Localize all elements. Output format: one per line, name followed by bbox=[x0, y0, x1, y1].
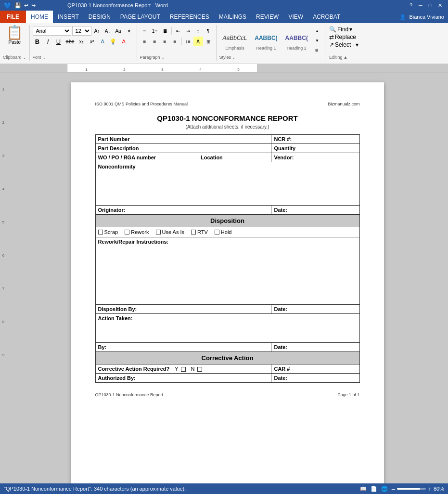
ncr-number-label: NCR #: bbox=[271, 135, 359, 144]
style-heading2[interactable]: AABBC( Heading 2 bbox=[282, 29, 311, 52]
part-description-label: Part Description bbox=[95, 144, 271, 153]
grow-font-button[interactable]: A↑ bbox=[92, 26, 102, 36]
style-emphasis[interactable]: AaBbCcL Emphasis bbox=[219, 29, 251, 52]
use-as-is-checkbox[interactable]: Use As Is bbox=[156, 229, 184, 235]
rework-checkbox[interactable]: Rework bbox=[125, 229, 149, 235]
style-emphasis-label: Emphasis bbox=[225, 46, 244, 51]
styles-down-button[interactable]: ▼ bbox=[312, 36, 322, 45]
maximize-button[interactable]: □ bbox=[426, 1, 435, 9]
menu-acrobat[interactable]: ACROBAT bbox=[308, 11, 345, 23]
superscript-button[interactable]: x² bbox=[87, 37, 97, 46]
styles-expand-icon[interactable]: ⌄ bbox=[232, 55, 236, 60]
title-bar: 💙 💾 ↩ ↪ QP1030-1 Nonconformance Report -… bbox=[0, 0, 448, 11]
quantity-label: Quantity bbox=[271, 144, 359, 153]
line-spacing-button[interactable]: ↕≡ bbox=[183, 37, 193, 46]
zoom-in-button[interactable]: + bbox=[428, 485, 432, 493]
styles-up-button[interactable]: ▲ bbox=[312, 26, 322, 36]
styles-more-button[interactable]: ⊞ bbox=[312, 45, 322, 55]
status-right: 📖 📄 🌐 – + 80% bbox=[360, 485, 444, 493]
close-button[interactable]: ✕ bbox=[435, 1, 444, 9]
hold-checkbox[interactable]: Hold bbox=[215, 229, 232, 235]
shading-button[interactable]: A bbox=[193, 37, 203, 46]
quick-access-undo[interactable]: ↩ bbox=[24, 2, 28, 9]
minimize-button[interactable]: ─ bbox=[416, 1, 425, 9]
par-row-1: ≡ 1≡ ≣ ⇤ ⇥ ↕ ¶ bbox=[140, 26, 213, 36]
menu-insert[interactable]: INSERT bbox=[53, 11, 84, 23]
bold-button[interactable]: B bbox=[33, 37, 42, 46]
font-expand-icon[interactable]: ⌄ bbox=[42, 55, 46, 60]
font-family-select[interactable]: Arial bbox=[33, 26, 71, 36]
scrap-checkbox[interactable]: Scrap bbox=[98, 229, 118, 235]
y-checkbox[interactable] bbox=[181, 367, 186, 372]
menu-view[interactable]: VIEW bbox=[283, 11, 308, 23]
paste-button[interactable]: 📋 Paste bbox=[6, 26, 23, 55]
multilevel-button[interactable]: ≣ bbox=[160, 26, 170, 36]
styles-label: Styles ⌄ bbox=[219, 55, 322, 60]
sort-button[interactable]: ↕ bbox=[193, 26, 203, 36]
menu-references[interactable]: REFERENCES bbox=[165, 11, 214, 23]
menu-file[interactable]: FILE bbox=[0, 11, 26, 23]
page-header: ISO 9001 QMS Policies and Procedures Man… bbox=[95, 102, 360, 106]
shrink-font-button[interactable]: A↓ bbox=[103, 26, 113, 36]
increase-indent-button[interactable]: ⇥ bbox=[183, 26, 193, 36]
rtv-checkbox[interactable]: RTV bbox=[191, 229, 208, 235]
corrective-required-cell: Corrective Action Required? Y N bbox=[95, 364, 271, 374]
par-expand-icon[interactable]: ⌄ bbox=[161, 55, 165, 60]
show-marks-button[interactable]: ¶ bbox=[204, 26, 213, 36]
select-button[interactable]: ↗ Select - ▾ bbox=[329, 41, 360, 48]
styles-row: AaBbCcL Emphasis AABBC( Heading 1 AABBC(… bbox=[219, 26, 322, 55]
style-heading1-preview: AABBC( bbox=[255, 30, 277, 46]
menu-review[interactable]: REVIEW bbox=[251, 11, 283, 23]
user-info: 👤 Bianca Viviano bbox=[399, 11, 448, 23]
quick-access-save[interactable]: 💾 bbox=[14, 2, 21, 9]
numbering-button[interactable]: 1≡ bbox=[150, 26, 160, 36]
menu-mailings[interactable]: MAILINGS bbox=[214, 11, 251, 23]
help-button[interactable]: ? bbox=[407, 1, 415, 9]
view-read-icon[interactable]: 📖 bbox=[360, 486, 367, 492]
strikethrough-button[interactable]: abc bbox=[64, 37, 76, 46]
menu-design[interactable]: DESIGN bbox=[84, 11, 115, 23]
decrease-indent-button[interactable]: ⇤ bbox=[173, 26, 183, 36]
replace-button[interactable]: ⇄ Replace bbox=[329, 34, 360, 40]
style-heading2-label: Heading 2 bbox=[287, 46, 307, 51]
table-row-corrective-required: Corrective Action Required? Y N CAR # bbox=[95, 364, 359, 374]
left-ruler: 1 2 3 4 5 6 7 8 9 bbox=[0, 73, 7, 494]
word-icon: 💙 bbox=[4, 2, 12, 9]
text-effects-button[interactable]: A bbox=[98, 37, 107, 46]
find-button[interactable]: 🔍 Find ▾ bbox=[329, 26, 360, 33]
bullets-button[interactable]: ≡ bbox=[140, 26, 150, 36]
font-color-button[interactable]: A bbox=[119, 37, 128, 46]
style-heading1[interactable]: AABBC( Heading 1 bbox=[251, 29, 281, 52]
change-case-button[interactable]: Aa bbox=[114, 26, 123, 36]
menu-home[interactable]: HOME bbox=[26, 11, 53, 23]
italic-button[interactable]: I bbox=[43, 37, 53, 46]
zoom-slider[interactable] bbox=[397, 488, 426, 490]
ruler-num-1: 1 bbox=[2, 87, 4, 91]
zoom-out-button[interactable]: – bbox=[392, 485, 395, 493]
select-dropdown-icon: ▾ bbox=[356, 41, 358, 48]
quick-access-redo[interactable]: ↪ bbox=[31, 2, 36, 9]
zoom-percent: 80% bbox=[434, 486, 444, 492]
editing-collapse-icon[interactable]: ▲ bbox=[343, 55, 347, 60]
menu-page-layout[interactable]: PAGE LAYOUT bbox=[115, 11, 165, 23]
view-web-icon[interactable]: 🌐 bbox=[381, 486, 388, 492]
n-checkbox[interactable] bbox=[197, 367, 202, 372]
ruler-num-9: 9 bbox=[2, 353, 4, 357]
underline-button[interactable]: U bbox=[54, 37, 64, 46]
select-label: Select - bbox=[335, 41, 355, 48]
align-right-button[interactable]: ≡ bbox=[160, 37, 170, 46]
justify-button[interactable]: ≡ bbox=[170, 37, 180, 46]
style-emphasis-preview: AaBbCcL bbox=[223, 30, 247, 46]
ruler-num-6: 6 bbox=[2, 253, 4, 258]
font-size-select[interactable]: 12 bbox=[72, 26, 91, 36]
align-left-button[interactable]: ≡ bbox=[140, 37, 150, 46]
border-button[interactable]: ⊞ bbox=[204, 37, 213, 46]
clipboard-expand-icon[interactable]: ⌄ bbox=[23, 55, 26, 60]
zoom-controls: – + 80% bbox=[392, 485, 444, 493]
view-print-icon[interactable]: 📄 bbox=[371, 486, 377, 492]
align-center-button[interactable]: ≡ bbox=[150, 37, 160, 46]
editing-label: Editing ▲ bbox=[329, 55, 360, 60]
highlight-button[interactable]: 💡 bbox=[108, 37, 118, 46]
clear-formatting-button[interactable]: ✦ bbox=[124, 26, 134, 36]
subscript-button[interactable]: x₂ bbox=[77, 37, 86, 46]
